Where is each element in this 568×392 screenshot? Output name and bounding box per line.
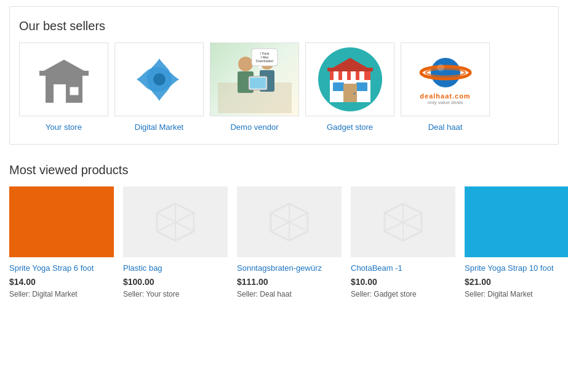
products-grid: Sprite Yoga Strap 6 foot $14.00 Seller: …: [9, 186, 559, 305]
seller-item-digital-market[interactable]: Digital Market: [114, 42, 204, 132]
product-seller-1: Seller: Your store: [123, 290, 234, 298]
product-price-0: $14.00: [9, 277, 120, 287]
best-sellers-title: Our best sellers: [19, 19, 549, 33]
seller-name-gadget-store: Gadget store: [327, 122, 373, 132]
seller-image-your-store: [19, 42, 108, 116]
product-item-2[interactable]: Sonntagsbraten-gewürz $111.00 Seller: De…: [237, 186, 351, 305]
sellers-grid: Your store Dig: [19, 42, 549, 132]
product-item-0[interactable]: Sprite Yoga Strap 6 foot $14.00 Seller: …: [9, 186, 123, 305]
svg-rect-5: [39, 71, 89, 76]
svg-point-34: [431, 58, 460, 87]
product-name-1: Plastic bag: [123, 263, 234, 274]
svg-rect-7: [54, 86, 65, 103]
product-price-3: $10.00: [351, 277, 462, 287]
seller-image-demo-vendor: I Think I Was Downloaded: [210, 42, 299, 116]
product-image-3: [351, 186, 455, 257]
product-image-placeholder-1: [123, 186, 228, 257]
svg-text:Downloaded: Downloaded: [256, 59, 273, 63]
product-seller-4: Seller: Digital Market: [465, 290, 568, 298]
product-seller-0: Seller: Digital Market: [9, 290, 120, 298]
svg-rect-6: [70, 87, 79, 95]
seller-name-demo-vendor: Demo vendor: [230, 122, 278, 132]
svg-rect-26: [351, 70, 356, 80]
svg-rect-27: [359, 70, 364, 80]
product-image-placeholder-2: [237, 186, 342, 257]
seller-image-gadget-store: [305, 42, 394, 116]
product-item-3[interactable]: ChotaBeam -1 $10.00 Seller: Gadget store: [351, 186, 465, 305]
seller-image-digital-market: [114, 42, 204, 116]
product-image-2: [237, 186, 342, 257]
svg-rect-30: [356, 82, 367, 91]
svg-point-37: [437, 64, 444, 71]
product-seller-3: Seller: Gadget store: [351, 290, 462, 298]
seller-item-demo-vendor[interactable]: I Think I Was Downloaded Demo vendor: [210, 42, 299, 132]
most-viewed-section: Most viewed products Sprite Yoga Strap 6…: [9, 157, 559, 311]
seller-image-deal-haat: dealhaat.com only value deals: [401, 42, 490, 116]
svg-rect-29: [333, 82, 344, 91]
seller-item-deal-haat[interactable]: dealhaat.com only value deals Deal haat: [401, 42, 490, 132]
product-name-4: Sprite Yoga Strap 10 foot: [465, 263, 568, 274]
svg-point-32: [353, 92, 356, 95]
product-name-3: ChotaBeam -1: [351, 263, 462, 274]
product-item-1[interactable]: Plastic bag $100.00 Seller: Your store: [123, 186, 237, 305]
svg-point-8: [153, 73, 166, 86]
product-item-4[interactable]: Sprite Yoga Strap 10 foot $21.00 Seller:…: [465, 186, 568, 305]
best-sellers-section: Our best sellers: [9, 6, 559, 145]
store-icon: [20, 43, 108, 116]
product-name-0: Sprite Yoga Strap 6 foot: [9, 263, 120, 274]
product-price-2: $111.00: [237, 277, 348, 287]
seller-item-gadget-store[interactable]: Gadget store: [305, 42, 394, 132]
svg-rect-24: [334, 70, 338, 80]
product-image-blue-4: [465, 186, 568, 257]
product-image-4: [465, 186, 568, 257]
product-price-1: $100.00: [123, 277, 234, 287]
product-image-1: [123, 186, 228, 257]
product-image-0: [9, 186, 114, 257]
svg-rect-25: [342, 70, 347, 80]
product-name-2: Sonntagsbraten-gewürz: [237, 263, 348, 274]
svg-point-10: [238, 57, 253, 71]
diamond-icon: [115, 43, 203, 116]
svg-marker-17: [258, 66, 262, 70]
product-image-placeholder-3: [351, 186, 455, 257]
product-seller-2: Seller: Deal haat: [237, 290, 348, 298]
svg-rect-15: [250, 78, 266, 89]
seller-name-your-store: Your store: [46, 122, 82, 132]
seller-item-your-store[interactable]: Your store: [19, 42, 108, 132]
product-price-4: $21.00: [465, 277, 568, 287]
product-image-orange-0: [9, 186, 114, 257]
most-viewed-title: Most viewed products: [9, 163, 559, 177]
seller-name-deal-haat: Deal haat: [428, 122, 463, 132]
seller-name-digital-market: Digital Market: [135, 122, 183, 132]
